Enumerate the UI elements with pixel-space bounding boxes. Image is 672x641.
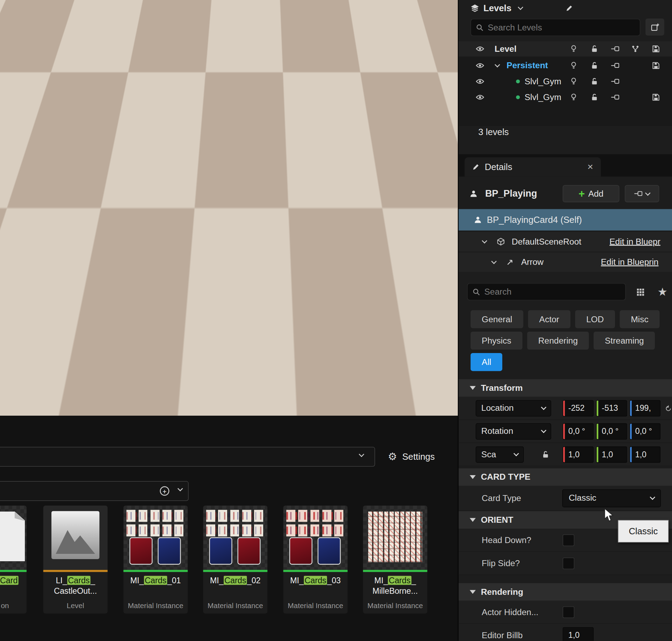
component-row-arrow[interactable]: Arrow Edit in Blueprin [458,252,672,272]
visibility-eye-icon[interactable] [476,78,484,84]
section-transform[interactable]: Transform [458,379,672,396]
filter-chip-actor[interactable]: Actor [528,310,570,328]
location-axis-dropdown[interactable]: Location [476,400,551,416]
level-name[interactable]: Slvl_Gym [525,92,561,102]
unreal-editor-window: 6 ♣ ♣ ♣ ♣ ♣ ♣ ♣ ♣ 6 [0,0,672,641]
visibility-eye-icon[interactable] [476,63,484,68]
filter-chip-general[interactable]: General [471,310,524,328]
scale-axis-dropdown[interactable]: Sca [476,446,524,463]
filter-chip-lod[interactable]: LOD [575,310,615,328]
content-browser-filter-bar[interactable]: + [0,481,189,501]
unlock-icon[interactable] [592,93,597,101]
collapse-triangle-icon [470,590,476,594]
location-x-field[interactable]: -252 [563,400,594,416]
head-down-checkbox[interactable] [563,534,574,546]
add-label: Add [588,189,604,198]
asset-tile-card[interactable]: Card on [0,506,27,614]
lightbulb-icon[interactable] [571,62,576,69]
asset-tile-mi-cards-01[interactable]: MI_Cards_01 Material Instance [124,506,188,614]
level-row-slvl-gym-2[interactable]: Slvl_Gym [458,89,672,105]
visibility-eye-icon[interactable] [476,46,484,52]
asset-tile-mi-cards-milleborne[interactable]: MI_Cards_ MilleBorne... Material Instanc… [363,506,427,614]
rotation-row: Rotation 0,0 ° 0,0 ° 0,0 ° [458,420,672,443]
flip-side-checkbox[interactable] [563,557,574,569]
level-name[interactable]: Slvl_Gym [525,76,561,86]
component-row-self[interactable]: BP_PlayingCard4 (Self) [458,209,672,231]
expand-chevron-icon[interactable] [492,261,496,263]
viewport-3d[interactable]: 6 ♣ ♣ ♣ ♣ ♣ ♣ ♣ ♣ 6 [0,0,458,416]
new-level-button[interactable] [645,19,664,36]
level-row-slvl-gym-1[interactable]: Slvl_Gym [458,73,672,89]
edit-in-blueprint-link[interactable]: Edit in Bluepr [609,237,672,247]
filter-chip-rendering[interactable]: Rendering [527,332,589,350]
edit-in-blueprint-link[interactable]: Edit in Blueprin [601,257,672,267]
scale-y-field[interactable]: 1,0 [596,446,627,463]
asset-tile-mi-cards-03[interactable]: MI_Cards_03 Material Instance [283,506,348,614]
playing-card-actor[interactable]: 6 ♣ ♣ ♣ ♣ ♣ ♣ ♣ ♣ 6 [21,43,334,372]
card-type-label: Card Type [482,493,521,503]
level-name[interactable]: Persistent [506,61,548,70]
levels-column-header: Level [458,41,672,57]
asset-tile-mi-cards-02[interactable]: MI_Cards_02 Material Instance [203,506,267,614]
add-component-button[interactable]: + Add [563,185,620,202]
blueprint-node-icon[interactable] [611,79,619,84]
scale-lock-icon[interactable] [542,451,548,458]
lightbulb-icon[interactable] [571,93,576,101]
asset-tile-li-cards-castleout[interactable]: LI_Cards_ CastleOut... Level [43,506,108,614]
asset-name: MI_Cards_03 [283,575,348,586]
blueprint-node-icon[interactable] [611,94,619,100]
location-z-field[interactable]: 199, [630,400,660,416]
filter-chip-misc[interactable]: Misc [620,310,660,328]
rotation-axis-dropdown[interactable]: Rotation [476,423,551,439]
settings-button[interactable]: ⚙ Settings [388,447,435,466]
section-rendering[interactable]: Rendering [458,583,672,600]
blueprint-node-icon[interactable] [611,63,619,68]
reset-arrow-icon[interactable] [665,405,671,411]
expand-chevron-icon[interactable] [483,241,486,243]
component-row-defaultsceneroot[interactable]: DefaultSceneRoot Edit in Bluepr [458,231,672,252]
filter-chip-physics[interactable]: Physics [471,332,523,350]
favorites-star-icon[interactable]: ★ [657,286,667,299]
section-card-type[interactable]: CARD TYPE [458,468,672,486]
levels-title[interactable]: Levels [483,3,511,13]
level-row-persistent[interactable]: Persistent [458,57,672,73]
unlock-icon[interactable] [592,62,597,69]
save-icon[interactable] [652,62,660,69]
tab-details[interactable]: Details × [464,157,601,176]
display-grid-icon[interactable] [637,289,644,296]
chevron-down-icon[interactable] [519,7,523,9]
filter-chip-streaming[interactable]: Streaming [594,332,655,350]
lightbulb-icon[interactable] [571,77,576,85]
collapse-triangle-icon [470,475,476,479]
save-icon[interactable] [652,93,660,101]
scale-z-field[interactable]: 1,0 [630,446,660,463]
card-type-dropdown[interactable]: Classic [562,489,661,507]
filter-chip-all[interactable]: All [471,353,503,371]
blueprint-dropdown-button[interactable] [625,185,659,202]
close-icon[interactable]: × [587,162,593,172]
asset-name: LI_Cards_ CastleOut... [43,575,108,596]
box-plus-icon [651,23,659,31]
add-filter-icon[interactable]: + [160,486,169,496]
editor-billboard-field[interactable]: 1,0 [563,627,594,641]
content-browser-path-dropdown[interactable] [0,447,375,466]
rotation-x-field[interactable]: 0,0 ° [563,423,594,439]
column-level-label: Level [495,44,517,54]
scale-x-field[interactable]: 1,0 [563,446,594,463]
location-y-field[interactable]: -513 [596,400,627,416]
expand-chevron-icon[interactable] [496,64,499,66]
visibility-eye-icon[interactable] [476,94,484,100]
actor-hidden-checkbox[interactable] [563,606,574,618]
rotation-z-field[interactable]: 0,0 ° [630,423,660,439]
levels-search-input[interactable]: Search Levels [471,19,640,36]
current-context-dropdown[interactable]: Current Context [302,340,446,357]
component-name: Arrow [521,257,544,267]
details-search-input[interactable]: Search [467,283,626,300]
level-select-dropdown[interactable]: Gym_Art (Persistent) [295,373,453,392]
asset-thumbnail [124,506,188,570]
rotation-label: Rotation [481,426,513,436]
rotation-y-field[interactable]: 0,0 ° [596,423,627,439]
unlock-icon[interactable] [592,78,597,85]
asset-name-part: _03 [327,576,341,585]
edit-pencil-icon[interactable] [566,5,573,12]
